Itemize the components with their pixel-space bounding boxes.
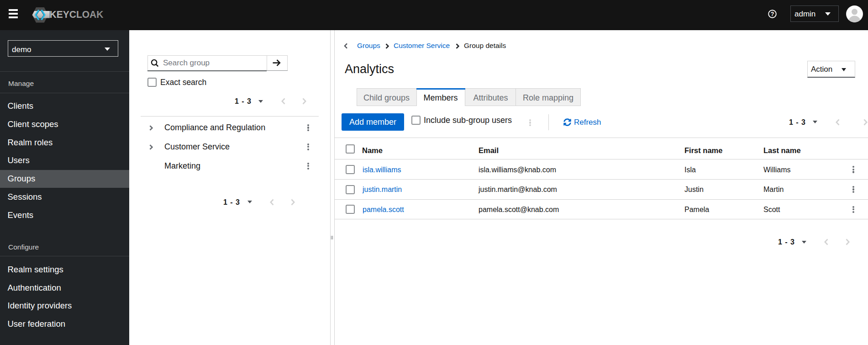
svg-text:?: ?: [771, 11, 774, 17]
svg-text:KEYCLOAK: KEYCLOAK: [50, 9, 104, 20]
